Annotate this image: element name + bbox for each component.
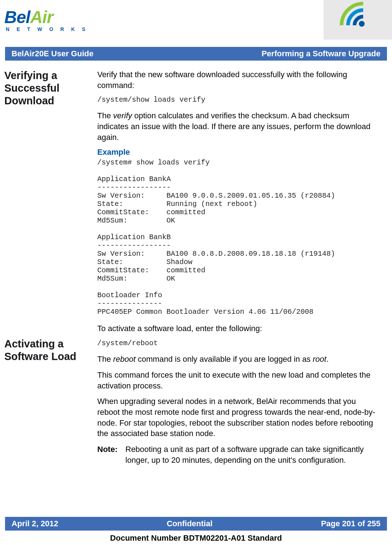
section-activating: To activate a software load, enter the f… <box>97 323 378 465</box>
footer-page: Page 201 of 255 <box>321 519 380 528</box>
section-verifying: Verify that the new software downloaded … <box>97 69 378 316</box>
activate-p3: When upgrading several nodes in a networ… <box>97 396 378 439</box>
logo-air: Air <box>30 8 53 27</box>
heading-activating: Activating a Software Load <box>4 338 90 363</box>
verify-intro: Verify that the new software downloaded … <box>97 69 378 91</box>
logo-subtext: N E T W O R K S <box>6 26 88 32</box>
svg-point-1 <box>359 21 365 27</box>
activate-intro: To activate a software load, enter the f… <box>97 323 378 334</box>
note: Note: Rebooting a unit as part of a soft… <box>97 444 378 465</box>
activate-command: /system/reboot <box>97 339 378 347</box>
note-text: Rebooting a unit as part of a software u… <box>125 444 378 465</box>
wireless-icon <box>324 0 392 40</box>
verify-explain: The verify option calculates and verifie… <box>97 110 378 142</box>
title-bar: BelAir20E User Guide Performing a Softwa… <box>5 47 387 61</box>
footer-confidential: Confidential <box>167 519 213 528</box>
title-bar-right: Performing a Software Upgrade <box>262 49 380 58</box>
verify-command: /system/show loads verify <box>97 96 378 104</box>
root-keyword: root <box>313 355 326 364</box>
activate-p2: This command forces the unit to execute … <box>97 370 378 391</box>
example-output: /system# show loads verify Application B… <box>97 158 378 316</box>
footer-bar: April 2, 2012 Confidential Page 201 of 2… <box>5 517 387 531</box>
page-header: BelAir N E T W O R K S <box>0 0 392 47</box>
logo: BelAir N E T W O R K S <box>4 7 88 32</box>
title-bar-left: BelAir20E User Guide <box>12 49 93 58</box>
note-label: Note: <box>97 444 125 465</box>
document-number: Document Number BDTM02201-A01 Standard <box>0 533 392 543</box>
logo-bel: Bel <box>4 8 30 27</box>
heading-verifying: Verifying a Successful Download <box>4 69 90 107</box>
verify-keyword: verify <box>113 111 132 120</box>
reboot-keyword: reboot <box>113 355 135 364</box>
footer-date: April 2, 2012 <box>12 519 58 528</box>
example-label: Example <box>97 148 378 157</box>
activate-p1: The reboot command is only available if … <box>97 354 378 365</box>
